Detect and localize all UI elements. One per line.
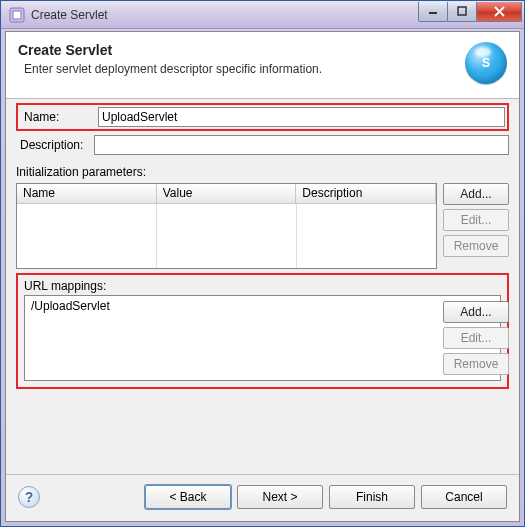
next-button[interactable]: Next >: [237, 485, 323, 509]
url-mapping-item[interactable]: /UploadServlet: [29, 298, 496, 314]
titlebar: Create Servlet: [1, 1, 524, 29]
url-mappings-highlight: URL mappings: /UploadServlet: [16, 273, 509, 389]
minimize-button[interactable]: [418, 2, 448, 22]
init-params-label: Initialization parameters:: [16, 165, 509, 179]
maximize-icon: [457, 6, 467, 16]
wizard-banner: Create Servlet Enter servlet deployment …: [6, 32, 519, 99]
create-servlet-dialog: Create Servlet Create Servlet Enter serv…: [0, 0, 525, 527]
url-mappings-add-button[interactable]: Add...: [443, 301, 509, 323]
help-icon[interactable]: ?: [18, 486, 40, 508]
description-label: Description:: [16, 136, 94, 154]
init-params-col-name: Name: [17, 184, 157, 204]
close-button[interactable]: [476, 2, 522, 22]
client-area: Create Servlet Enter servlet deployment …: [5, 31, 520, 522]
cancel-button[interactable]: Cancel: [421, 485, 507, 509]
name-field-highlight: Name:: [16, 103, 509, 131]
finish-button[interactable]: Finish: [329, 485, 415, 509]
banner-heading: Create Servlet: [18, 42, 322, 58]
banner-subtitle: Enter servlet deployment descriptor spec…: [24, 62, 322, 76]
name-label: Name:: [20, 108, 98, 126]
maximize-button[interactable]: [447, 2, 477, 22]
init-params-remove-button[interactable]: Remove: [443, 235, 509, 257]
url-mappings-label: URL mappings:: [24, 279, 501, 293]
init-params-table[interactable]: Name Value Description: [16, 183, 437, 269]
init-params-edit-button[interactable]: Edit...: [443, 209, 509, 231]
servlet-icon: S: [465, 42, 507, 84]
app-icon: [9, 7, 25, 23]
init-params-add-button[interactable]: Add...: [443, 183, 509, 205]
close-icon: [494, 6, 505, 17]
window-controls: [419, 2, 522, 22]
minimize-icon: [428, 6, 438, 16]
url-mappings-list[interactable]: /UploadServlet: [24, 295, 501, 381]
name-input[interactable]: [98, 107, 505, 127]
url-mappings-edit-button[interactable]: Edit...: [443, 327, 509, 349]
back-button[interactable]: < Back: [145, 485, 231, 509]
url-mappings-remove-button[interactable]: Remove: [443, 353, 509, 375]
svg-rect-1: [13, 11, 21, 19]
svg-rect-3: [458, 7, 466, 15]
init-params-col-desc: Description: [296, 184, 436, 204]
init-params-col-value: Value: [157, 184, 297, 204]
servlet-icon-letter: S: [482, 56, 490, 70]
description-input[interactable]: [94, 135, 509, 155]
window-title: Create Servlet: [31, 8, 108, 22]
